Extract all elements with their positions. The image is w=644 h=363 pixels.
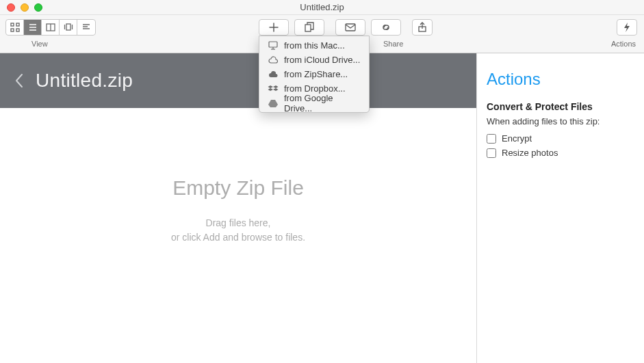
file-header: Untitled.zip — [0, 53, 476, 108]
add-dropdown-menu: from this Mac... from iCloud Drive... fr… — [259, 36, 370, 113]
monitor-icon — [268, 41, 279, 51]
share-label: Share — [383, 40, 403, 48]
dropzone-hint-1: Drag files here, — [206, 216, 271, 230]
dropbox-icon — [268, 84, 279, 94]
window-title: Untitled.zip — [0, 2, 644, 12]
resize-checkbox[interactable] — [487, 148, 496, 158]
view-mode-selector — [5, 19, 96, 36]
copy-button[interactable] — [294, 19, 324, 36]
chevron-left-icon — [14, 72, 24, 89]
drop-zone[interactable]: Empty Zip File Drag files here, or click… — [0, 108, 476, 363]
add-button[interactable] — [259, 19, 289, 36]
svg-rect-9 — [66, 24, 70, 30]
compact-list-icon — [81, 22, 92, 33]
encrypt-label: Encrypt — [502, 133, 532, 144]
right-toolbar — [617, 19, 637, 36]
toolbar: View Share Actions from this Mac... — [0, 15, 644, 53]
zipshare-icon — [268, 70, 279, 79]
columns-icon — [45, 22, 56, 33]
resize-label: Resize photos — [502, 148, 558, 158]
cloud-icon — [268, 55, 279, 65]
dropzone-hint-2: or click Add and browse to files. — [171, 230, 305, 245]
file-title: Untitled.zip — [36, 70, 133, 92]
resize-option[interactable]: Resize photos — [487, 148, 634, 158]
encrypt-checkbox[interactable] — [487, 134, 496, 144]
dropdown-item-label: from iCloud Drive... — [284, 55, 360, 65]
sidebar-section-title: Convert & Protect Files — [487, 101, 634, 112]
grid-icon — [10, 22, 21, 33]
svg-rect-17 — [305, 25, 311, 31]
share-icon — [416, 22, 428, 33]
encrypt-option[interactable]: Encrypt — [487, 133, 634, 144]
actions-label: Actions — [611, 40, 636, 48]
svg-rect-18 — [346, 24, 355, 31]
view-list-button[interactable] — [24, 20, 42, 35]
copy-icon — [303, 22, 315, 33]
main-pane: Untitled.zip Empty Zip File Drag files h… — [0, 53, 476, 363]
dropdown-item-mac[interactable]: from this Mac... — [259, 38, 369, 53]
view-grid-button[interactable] — [6, 20, 24, 35]
svg-rect-3 — [16, 29, 19, 31]
view-compact-button[interactable] — [77, 20, 95, 35]
lightning-icon — [621, 22, 633, 33]
list-icon — [27, 22, 38, 33]
actions-sidebar: Actions Convert & Protect Files When add… — [476, 53, 644, 363]
dropdown-item-zipshare[interactable]: from ZipShare... — [259, 67, 369, 81]
view-label: View — [31, 40, 48, 48]
share-button[interactable] — [412, 19, 433, 36]
actions-button[interactable] — [617, 19, 637, 36]
dropdown-item-label: from this Mac... — [284, 40, 345, 51]
dropdown-item-label: from Google Drive... — [284, 93, 361, 113]
center-toolbar — [259, 19, 433, 36]
mail-button[interactable] — [335, 19, 365, 36]
view-coverflow-button[interactable] — [60, 20, 77, 35]
plus-icon — [268, 22, 280, 33]
link-button[interactable] — [371, 19, 401, 36]
dropdown-item-googledrive[interactable]: from Google Drive... — [259, 96, 369, 110]
mail-icon — [344, 22, 357, 33]
back-button[interactable] — [12, 70, 26, 91]
dropzone-title: Empty Zip File — [172, 176, 304, 200]
titlebar: Untitled.zip — [0, 0, 644, 15]
coverflow-icon — [63, 22, 74, 33]
sidebar-section-subtitle: When adding files to this zip: — [487, 116, 634, 126]
view-columns-button[interactable] — [42, 20, 60, 35]
svg-rect-20 — [269, 42, 277, 47]
svg-rect-0 — [11, 23, 14, 26]
link-icon — [380, 22, 392, 33]
sidebar-title: Actions — [487, 70, 634, 89]
googledrive-icon — [268, 98, 279, 108]
svg-rect-2 — [11, 29, 14, 31]
dropdown-item-icloud[interactable]: from iCloud Drive... — [259, 53, 369, 67]
dropdown-item-label: from ZipShare... — [284, 69, 348, 79]
svg-rect-1 — [16, 23, 19, 26]
